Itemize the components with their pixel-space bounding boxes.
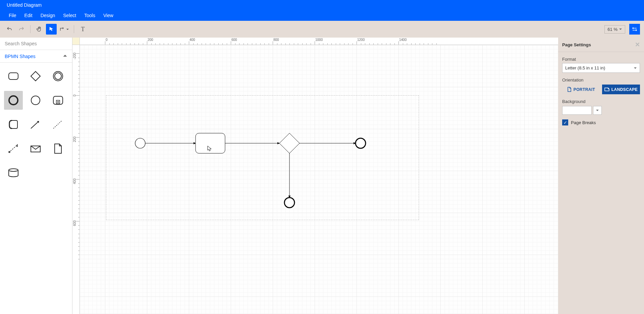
format-value: Letter (8.5 in x 11 in) — [565, 65, 605, 70]
ruler-tick: 1200 — [357, 38, 365, 42]
pagebreaks-checkbox[interactable]: ✓ — [562, 119, 568, 125]
svg-point-6 — [55, 73, 61, 80]
portrait-icon — [567, 87, 572, 92]
svg-line-14 — [53, 120, 62, 128]
palette-section-title: BPMN Shapes — [5, 54, 36, 59]
palette-shape-message[interactable] — [26, 139, 45, 158]
menu-edit[interactable]: Edit — [20, 11, 37, 20]
title-bar: Untitled Diagram — [0, 0, 644, 10]
menu-tools[interactable]: Tools — [80, 11, 99, 20]
diagram-node-end2[interactable] — [284, 198, 294, 208]
svg-point-18 — [9, 169, 18, 171]
svg-point-2 — [636, 30, 637, 31]
palette-shape-subprocess-expanded[interactable] — [49, 91, 67, 110]
svg-line-13 — [31, 121, 39, 128]
ruler-tick: 1000 — [315, 38, 323, 42]
palette-shape-message-flow[interactable] — [4, 139, 23, 158]
text-tool-button[interactable]: T — [77, 24, 88, 35]
ruler-tick: -200 — [73, 53, 76, 59]
pagebreaks-label: Page Breaks — [571, 120, 596, 125]
portrait-label: PORTRAIT — [574, 87, 595, 92]
pointer-tool-button[interactable] — [46, 24, 57, 35]
landscape-label: LANDSCAPE — [611, 87, 638, 92]
panel-title: Page Settings — [562, 42, 591, 47]
palette-shape-intermediate-event[interactable] — [49, 67, 67, 86]
ruler-tick: 0 — [106, 38, 108, 42]
diagram-node-end1[interactable] — [356, 138, 366, 148]
palette-section-header[interactable]: BPMN Shapes — [0, 50, 72, 63]
pan-tool-button[interactable] — [34, 24, 45, 35]
portrait-button[interactable]: PORTRAIT — [562, 85, 600, 94]
chevron-up-icon — [63, 53, 67, 59]
ruler-tick: 1400 — [399, 38, 407, 42]
palette-shape-data-object[interactable] — [49, 139, 67, 158]
search-shapes-input[interactable] — [5, 41, 67, 46]
diagram-node-gw1[interactable] — [279, 133, 300, 153]
shape-palette: BPMN Shapes — [0, 38, 72, 314]
svg-point-7 — [9, 96, 18, 105]
chevron-down-icon — [634, 66, 637, 70]
menu-file[interactable]: File — [5, 11, 20, 20]
landscape-button[interactable]: LANDSCAPE — [602, 85, 640, 94]
palette-shape-gateway[interactable] — [26, 67, 45, 86]
undo-button[interactable] — [4, 24, 15, 35]
document-title: Untitled Diagram — [7, 2, 42, 8]
palette-shape-sequence-flow[interactable] — [26, 115, 45, 134]
format-select[interactable]: Letter (8.5 in x 11 in) — [562, 63, 640, 73]
ruler-vertical: -2000200400600 — [72, 45, 80, 314]
redo-button[interactable] — [16, 24, 27, 35]
ruler-horizontal: 0200400600800100012001400 — [80, 38, 558, 45]
palette-shape-association[interactable] — [49, 115, 67, 134]
svg-point-0 — [633, 28, 634, 29]
close-panel-button[interactable]: ✕ — [635, 41, 640, 48]
menu-select[interactable]: Select — [59, 11, 80, 20]
format-label: Format — [562, 57, 640, 62]
ruler-tick: 800 — [273, 38, 279, 42]
landscape-icon — [604, 87, 609, 92]
palette-shape-end-event[interactable] — [4, 91, 23, 110]
chevron-down-icon — [596, 109, 599, 112]
palette-shape-task[interactable] — [4, 67, 23, 86]
menu-design[interactable]: Design — [37, 11, 59, 20]
background-label: Background — [562, 99, 640, 104]
diagram-layer — [80, 45, 558, 314]
menu-bar: File Edit Design Select Tools View — [0, 10, 644, 21]
svg-rect-4 — [9, 73, 18, 80]
canvas[interactable] — [80, 45, 558, 314]
toolbar: T 61 % — [0, 21, 644, 38]
panel-toggle-button[interactable] — [629, 24, 640, 35]
svg-point-8 — [31, 96, 40, 105]
ruler-tick: 200 — [148, 38, 153, 42]
canvas-area: 0200400600800100012001400 -2000200400600 — [72, 38, 558, 314]
diagram-node-task1[interactable] — [196, 133, 225, 153]
ruler-corner — [72, 38, 80, 45]
menu-view[interactable]: View — [99, 11, 117, 20]
ruler-tick: 400 — [190, 38, 195, 42]
page-settings-panel: Page Settings ✕ Format Letter (8.5 in x … — [558, 38, 644, 314]
ruler-tick: 600 — [231, 38, 237, 42]
palette-shape-start-event[interactable] — [26, 91, 45, 110]
palette-shape-text-annotation[interactable] — [4, 115, 23, 134]
orientation-label: Orientation — [562, 77, 640, 83]
palette-shape-data-store[interactable] — [4, 163, 23, 182]
diagram-node-start[interactable] — [135, 138, 145, 148]
background-swatch[interactable] — [562, 106, 592, 115]
background-dropdown[interactable] — [593, 106, 602, 115]
zoom-dropdown[interactable]: 61 % — [604, 25, 625, 34]
connector-tool-button[interactable] — [58, 24, 70, 35]
zoom-value: 61 % — [607, 27, 618, 32]
